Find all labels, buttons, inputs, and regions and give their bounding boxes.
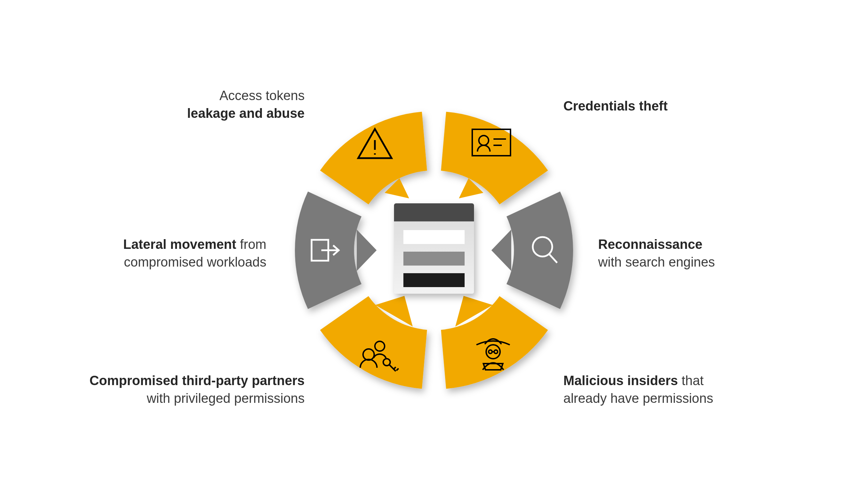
ring [295,112,573,389]
svg-rect-21 [403,252,465,266]
label-malicious-insiders: Malicious insiders that already have per… [563,372,744,408]
label-access-tokens-bold: leakage and abuse [187,106,305,121]
label-compromised-partners-bold: Compromised third-party partners [89,373,305,388]
segment-malicious-insiders [441,296,548,389]
svg-rect-19 [394,220,474,221]
svg-rect-18 [394,203,474,221]
label-reconnaissance-plain: with search engines [598,255,715,269]
label-lateral-movement: Lateral movement from compromised worklo… [72,236,266,271]
segment-credentials-theft [441,112,548,205]
label-malicious-insiders-bold: Malicious insiders [563,373,678,388]
label-access-tokens: Access tokens leakage and abuse [124,87,305,123]
segment-reconnaissance [491,192,573,309]
label-compromised-partners: Compromised third-party partners with pr… [89,372,305,408]
label-compromised-partners-plain: with privileged permissions [147,391,305,406]
segment-compromised-partners [320,296,427,389]
diagram-stage: Access tokens leakage and abuse Credenti… [0,0,868,488]
label-reconnaissance-bold: Reconnaissance [598,237,702,252]
svg-rect-20 [403,230,465,244]
label-credentials-theft: Credentials theft [563,97,744,115]
label-credentials-theft-bold: Credentials theft [563,99,668,113]
segment-lateral-movement [295,192,377,309]
label-lateral-movement-bold: Lateral movement [123,237,236,252]
segment-access-tokens [320,112,427,205]
label-access-tokens-plain: Access tokens [219,88,305,103]
label-reconnaissance: Reconnaissance with search engines [598,236,779,271]
svg-rect-22 [403,273,465,287]
center-form-icon [394,203,474,294]
